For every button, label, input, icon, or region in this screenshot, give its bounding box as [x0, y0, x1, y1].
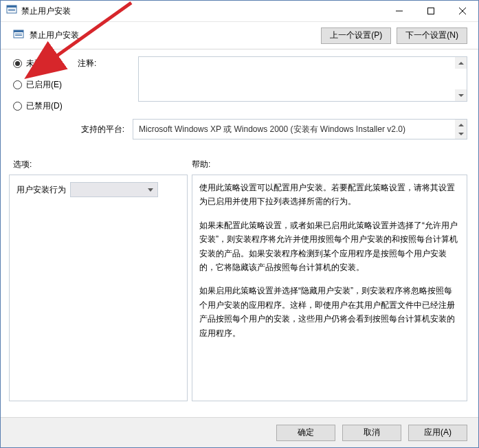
- header-left: 禁止用户安装: [13, 29, 79, 43]
- app-icon: [6, 4, 17, 18]
- previous-setting-button[interactable]: 上一个设置(P): [321, 27, 391, 44]
- svg-rect-1: [7, 5, 16, 8]
- help-paragraph: 使用此策略设置可以配置用户安装。若要配置此策略设置，请将其设置为已启用并使用下拉…: [199, 181, 460, 209]
- options-pane: 用户安装行为: [9, 175, 188, 401]
- radio-label: 已启用(E): [26, 79, 62, 91]
- policy-icon: [13, 29, 24, 43]
- option-row-user-install-behavior: 用户安装行为: [16, 182, 180, 197]
- scroll-down-icon[interactable]: [455, 128, 467, 139]
- config-area: 未配置(C) 已启用(E) 已禁用(D) 注释:: [1, 49, 478, 115]
- ok-button[interactable]: 确定: [276, 425, 335, 441]
- close-button[interactable]: [447, 1, 478, 22]
- radio-group: 未配置(C) 已启用(E) 已禁用(D): [13, 56, 72, 112]
- comment-label: 注释:: [78, 56, 133, 112]
- cancel-button[interactable]: 取消: [342, 425, 401, 441]
- radio-label: 已禁用(D): [26, 100, 63, 112]
- radio-dot-icon: [13, 102, 22, 111]
- platform-value: Microsoft Windows XP 或 Windows 2000 (安装有…: [139, 124, 405, 135]
- titlebar: 禁止用户安装: [1, 1, 478, 22]
- header-row: 禁止用户安装 上一个设置(P) 下一个设置(N): [1, 22, 478, 49]
- user-install-behavior-combobox[interactable]: [70, 182, 158, 197]
- scroll-up-icon[interactable]: [455, 57, 467, 69]
- window-controls: [383, 1, 478, 22]
- help-paragraph: 如果启用此策略设置并选择“隐藏用户安装”，则安装程序将忽略按照每个用户安装的应用…: [199, 284, 460, 340]
- platform-row: 支持的平台: Microsoft Windows XP 或 Windows 20…: [1, 115, 478, 146]
- dialog-window: 禁止用户安装 禁止用户安装 上一个设置(P) 下一个设置(N): [0, 0, 479, 448]
- scroll-down-icon[interactable]: [455, 89, 467, 101]
- radio-dot-icon: [13, 59, 22, 68]
- maximize-button[interactable]: [415, 1, 447, 22]
- apply-button[interactable]: 应用(A): [408, 425, 467, 441]
- svg-rect-11: [15, 35, 22, 36]
- radio-label: 未配置(C): [26, 58, 63, 69]
- svg-rect-9: [14, 30, 23, 32]
- comment-textarea[interactable]: [138, 56, 467, 102]
- section-labels: 选项: 帮助:: [1, 146, 478, 175]
- help-pane[interactable]: 使用此策略设置可以配置用户安装。若要配置此策略设置，请将其设置为已启用并使用下拉…: [192, 175, 467, 401]
- nav-buttons: 上一个设置(P) 下一个设置(N): [321, 27, 471, 44]
- options-section-label: 选项:: [13, 159, 192, 170]
- svg-rect-2: [8, 9, 15, 10]
- radio-disabled[interactable]: 已禁用(D): [13, 100, 72, 112]
- titlebar-left: 禁止用户安装: [6, 4, 71, 18]
- radio-enabled[interactable]: 已启用(E): [13, 79, 72, 91]
- help-paragraph: 如果未配置此策略设置，或者如果已启用此策略设置并选择了“允许用户安装”，则安装程…: [199, 219, 460, 275]
- svg-rect-5: [428, 8, 434, 14]
- minimize-button[interactable]: [383, 1, 415, 22]
- lower-panes: 用户安装行为 使用此策略设置可以配置用户安装。若要配置此策略设置，请将其设置为已…: [1, 175, 478, 401]
- header-title: 禁止用户安装: [30, 30, 79, 41]
- window-title: 禁止用户安装: [21, 5, 71, 17]
- option-label: 用户安装行为: [16, 184, 66, 196]
- platform-textbox[interactable]: Microsoft Windows XP 或 Windows 2000 (安装有…: [133, 119, 467, 139]
- radio-not-configured[interactable]: 未配置(C): [13, 58, 72, 69]
- svg-rect-10: [15, 34, 22, 34]
- radio-dot-icon: [13, 80, 22, 89]
- platform-label: 支持的平台:: [13, 124, 127, 135]
- dialog-footer: 确定 取消 应用(A): [1, 417, 478, 447]
- help-section-label: 帮助:: [192, 159, 210, 170]
- next-setting-button[interactable]: 下一个设置(N): [397, 27, 467, 44]
- svg-rect-3: [8, 10, 15, 11]
